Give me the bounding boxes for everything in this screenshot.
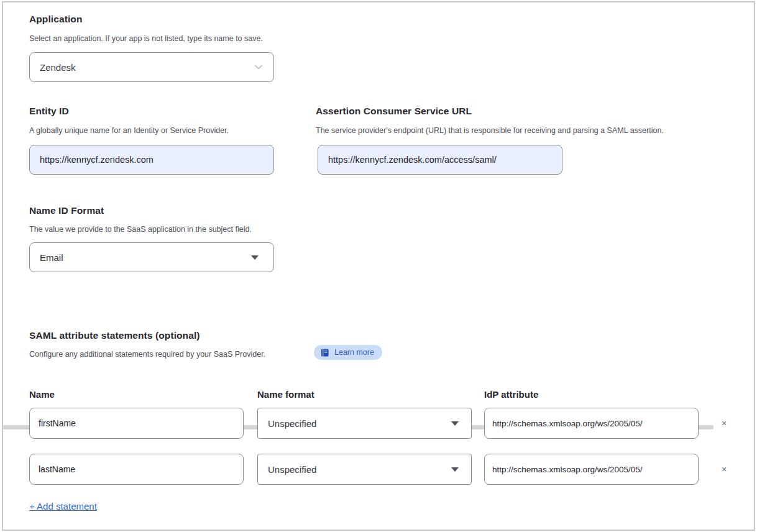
acs-url-value: https://kennycf.zendesk.com/access/saml/ bbox=[328, 155, 497, 165]
acs-url-section-title: Assertion Consumer Service URL bbox=[316, 106, 472, 117]
attribute-name-value: lastName bbox=[39, 464, 75, 474]
attribute-name-format-value: Unspecified bbox=[268, 418, 316, 429]
add-statement-link[interactable]: + Add statement bbox=[29, 501, 97, 511]
remove-statement-button[interactable]: × bbox=[718, 463, 730, 475]
application-select-value: Zendesk bbox=[40, 62, 76, 73]
saml-attributes-section-title: SAML attribute statements (optional) bbox=[29, 330, 200, 341]
column-header-idp-attribute: IdP attribute bbox=[484, 389, 538, 400]
attribute-name-input[interactable]: firstName bbox=[29, 408, 244, 439]
learn-more-label: Learn more bbox=[334, 348, 374, 357]
close-icon: × bbox=[722, 464, 727, 474]
entity-id-section-title: Entity ID bbox=[29, 106, 69, 117]
entity-id-input[interactable]: https://kennycf.zendesk.com bbox=[29, 145, 274, 175]
caret-down-icon bbox=[451, 467, 459, 472]
attribute-idp-input[interactable]: http://schemas.xmlsoap.org/ws/2005/05/ bbox=[484, 408, 699, 439]
attribute-name-value: firstName bbox=[39, 418, 76, 428]
name-id-format-description: The value we provide to the SaaS applica… bbox=[29, 225, 252, 234]
column-header-name: Name bbox=[29, 389, 55, 400]
name-id-format-value: Email bbox=[40, 252, 63, 263]
attribute-name-format-select[interactable]: Unspecified bbox=[257, 408, 472, 439]
remove-statement-button[interactable]: × bbox=[718, 417, 730, 429]
entity-id-description: A globally unique name for an Identity o… bbox=[29, 126, 229, 135]
name-id-format-select[interactable]: Email bbox=[29, 242, 274, 272]
application-description: Select an application. If your app is no… bbox=[29, 34, 263, 43]
close-icon: × bbox=[722, 418, 727, 428]
acs-url-input[interactable]: https://kennycf.zendesk.com/access/saml/ bbox=[318, 145, 562, 175]
application-section-title: Application bbox=[29, 14, 83, 25]
attribute-idp-value: http://schemas.xmlsoap.org/ws/2005/05/ bbox=[492, 465, 643, 474]
caret-down-icon bbox=[451, 421, 459, 426]
acs-url-description: The service provider's endpoint (URL) th… bbox=[316, 126, 664, 135]
attribute-name-input[interactable]: lastName bbox=[29, 454, 244, 485]
chevron-down-icon bbox=[254, 62, 264, 74]
application-select[interactable]: Zendesk bbox=[29, 52, 274, 82]
attribute-idp-value: http://schemas.xmlsoap.org/ws/2005/05/ bbox=[492, 419, 643, 428]
column-header-name-format: Name format bbox=[257, 389, 314, 400]
entity-id-value: https://kennycf.zendesk.com bbox=[40, 155, 154, 165]
saml-attributes-description: Configure any additional statements requ… bbox=[29, 350, 265, 359]
attribute-name-format-value: Unspecified bbox=[268, 464, 316, 475]
attribute-idp-input[interactable]: http://schemas.xmlsoap.org/ws/2005/05/ bbox=[484, 454, 699, 485]
caret-down-icon bbox=[251, 255, 259, 260]
book-icon bbox=[321, 349, 330, 357]
attribute-name-format-select[interactable]: Unspecified bbox=[257, 454, 472, 485]
name-id-format-section-title: Name ID Format bbox=[29, 205, 104, 216]
learn-more-button[interactable]: Learn more bbox=[314, 345, 382, 360]
